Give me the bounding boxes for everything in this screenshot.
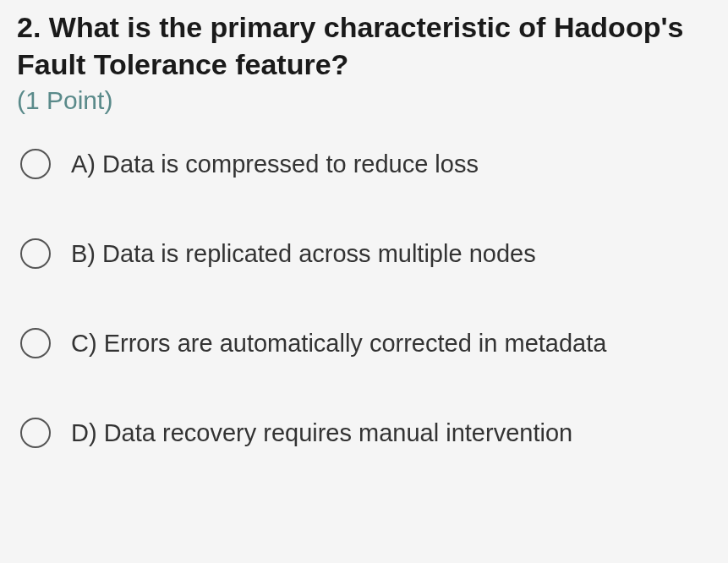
question-block: 2. What is the primary characteristic of…	[17, 8, 711, 448]
radio-icon	[20, 149, 51, 179]
radio-icon	[20, 238, 51, 269]
option-a[interactable]: A) Data is compressed to reduce loss	[20, 149, 711, 179]
question-title: 2. What is the primary characteristic of…	[17, 8, 711, 83]
options-list: A) Data is compressed to reduce loss B) …	[17, 149, 711, 448]
question-text: What is the primary characteristic of Ha…	[17, 11, 683, 80]
option-label: B) Data is replicated across multiple no…	[71, 240, 536, 268]
radio-icon	[20, 418, 51, 448]
option-b[interactable]: B) Data is replicated across multiple no…	[20, 238, 711, 269]
radio-icon	[20, 328, 51, 358]
option-d[interactable]: D) Data recovery requires manual interve…	[20, 418, 711, 448]
option-c[interactable]: C) Errors are automatically corrected in…	[20, 328, 711, 358]
points-label: (1 Point)	[17, 86, 711, 115]
option-label: C) Errors are automatically corrected in…	[71, 330, 606, 358]
option-label: D) Data recovery requires manual interve…	[71, 419, 572, 447]
question-number: 2.	[17, 11, 41, 43]
option-label: A) Data is compressed to reduce loss	[71, 150, 479, 178]
